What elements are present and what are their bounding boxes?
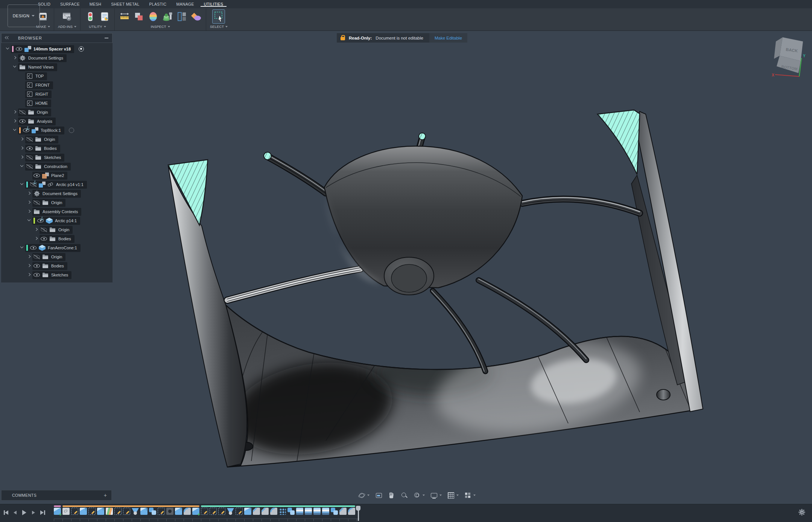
browser-tree-item[interactable]: Origin bbox=[1, 135, 113, 144]
sketch-icon[interactable] bbox=[201, 508, 208, 515]
viewport-3d[interactable] bbox=[0, 8, 812, 522]
revolve-icon[interactable] bbox=[227, 508, 234, 515]
browser-tree-item[interactable]: Arctic p14 v1:1 bbox=[1, 180, 113, 189]
play-icon[interactable] bbox=[21, 510, 27, 516]
thread-icon[interactable] bbox=[161, 10, 173, 23]
expand-chevron-icon[interactable] bbox=[12, 55, 18, 61]
curvature-comb-icon[interactable] bbox=[190, 10, 202, 23]
fillet-icon[interactable] bbox=[184, 508, 191, 515]
add-comment-button[interactable]: + bbox=[104, 492, 111, 498]
browser-tree-item[interactable]: Document Settings bbox=[1, 53, 113, 63]
step-forward-icon[interactable] bbox=[30, 510, 36, 516]
visibility-eye-icon[interactable] bbox=[26, 155, 33, 160]
browser-tree-item[interactable]: 140mm Spacer v18 bbox=[1, 44, 113, 53]
expand-chevron-icon[interactable] bbox=[26, 254, 32, 260]
sketch-icon[interactable] bbox=[210, 508, 217, 515]
combine-icon[interactable] bbox=[331, 508, 338, 515]
measure-icon[interactable] bbox=[119, 10, 131, 23]
sketch-icon[interactable] bbox=[71, 508, 78, 515]
offset-icon[interactable] bbox=[305, 508, 312, 515]
extrude-icon[interactable] bbox=[97, 508, 104, 515]
zebra-analysis-icon[interactable] bbox=[147, 10, 159, 23]
inspect-dropdown[interactable]: INSPECT bbox=[151, 24, 170, 29]
ribbon-tab[interactable]: MESH bbox=[85, 0, 106, 6]
ribbon-tab[interactable]: PLASTIC bbox=[144, 0, 172, 6]
browser-tree-item[interactable]: RIGHT bbox=[1, 90, 113, 99]
offset-icon[interactable] bbox=[313, 508, 321, 515]
sketch-icon[interactable] bbox=[158, 508, 165, 515]
browser-tree-item[interactable]: FRONT bbox=[1, 81, 113, 90]
sketch-icon[interactable] bbox=[123, 508, 130, 515]
skip-start-icon[interactable] bbox=[3, 510, 9, 516]
browser-tree-item[interactable]: Bodies bbox=[1, 144, 113, 153]
expand-chevron-icon[interactable] bbox=[19, 145, 25, 151]
expand-chevron-icon[interactable] bbox=[26, 218, 32, 224]
orbit-icon[interactable] bbox=[358, 492, 370, 499]
timeline-playhead[interactable] bbox=[356, 506, 360, 521]
visibility-eye-icon[interactable] bbox=[26, 146, 33, 151]
combine-icon[interactable] bbox=[287, 508, 295, 515]
extrude-icon[interactable] bbox=[175, 508, 182, 515]
select-dropdown[interactable]: SELECT bbox=[210, 24, 228, 29]
visibility-eye-icon[interactable] bbox=[30, 246, 36, 250]
browser-tree-item[interactable]: TopBlock:1 bbox=[1, 126, 113, 135]
expand-chevron-icon[interactable] bbox=[12, 64, 18, 70]
browser-tree-item[interactable]: Arctic p14:1 bbox=[1, 216, 113, 225]
visibility-eye-icon[interactable] bbox=[26, 164, 33, 169]
pan-icon[interactable] bbox=[388, 492, 395, 499]
expand-chevron-icon[interactable] bbox=[19, 245, 25, 251]
viewports-icon[interactable] bbox=[464, 492, 476, 499]
browser-tree-item[interactable]: FanAeroCone:1 bbox=[1, 243, 113, 252]
browser-tree-item[interactable]: Sketches bbox=[1, 270, 113, 279]
grid-layout-icon[interactable] bbox=[447, 492, 459, 499]
browser-tree-item[interactable]: Sketches bbox=[1, 153, 113, 162]
ribbon-tab[interactable]: SHEET METAL bbox=[106, 0, 144, 6]
utility-dropdown[interactable]: UTILITY bbox=[89, 24, 106, 29]
browser-tree-item[interactable]: Bodies bbox=[1, 261, 113, 270]
fillet-icon[interactable] bbox=[348, 508, 355, 515]
browser-tree-item[interactable]: Named Views bbox=[1, 63, 113, 72]
traffic-light-icon[interactable] bbox=[84, 10, 96, 23]
split-icon[interactable] bbox=[106, 508, 113, 515]
offset-icon[interactable] bbox=[322, 508, 329, 515]
browser-tree-item[interactable]: Document Settings bbox=[1, 189, 113, 198]
browser-tree-item[interactable]: Bodies bbox=[1, 234, 113, 243]
extrude-icon[interactable] bbox=[140, 508, 147, 515]
sketch-icon[interactable] bbox=[236, 508, 243, 515]
ribbon-tab[interactable]: SURFACE bbox=[55, 0, 85, 6]
extrude-icon[interactable] bbox=[244, 508, 251, 515]
activate-component-radio[interactable] bbox=[79, 46, 84, 52]
expand-chevron-icon[interactable] bbox=[33, 227, 40, 233]
browser-tree-item[interactable]: HOME bbox=[1, 99, 113, 108]
expand-chevron-icon[interactable] bbox=[26, 191, 32, 197]
visibility-eye-icon[interactable] bbox=[41, 237, 47, 241]
section-analysis-icon[interactable] bbox=[176, 10, 188, 23]
make-editable-link[interactable]: Make Editable bbox=[429, 33, 467, 43]
interference-icon[interactable] bbox=[133, 10, 145, 23]
expand-chevron-icon[interactable] bbox=[26, 263, 32, 269]
design-workspace-dropdown[interactable]: DESIGN bbox=[8, 5, 40, 27]
new-component-icon[interactable] bbox=[192, 508, 199, 515]
expand-chevron-icon[interactable] bbox=[12, 118, 18, 124]
browser-tree-item[interactable]: Origin bbox=[1, 252, 113, 261]
expand-chevron-icon[interactable] bbox=[19, 154, 25, 160]
fillet-icon[interactable] bbox=[270, 508, 277, 515]
offset-icon[interactable] bbox=[296, 508, 303, 515]
zoom-icon[interactable] bbox=[401, 492, 408, 499]
view-cube[interactable]: BACK BOTTOM X Y bbox=[771, 34, 809, 81]
comments-bar[interactable]: COMMENTS + bbox=[1, 490, 112, 501]
visibility-eye-icon[interactable] bbox=[33, 200, 40, 205]
visibility-eye-icon[interactable] bbox=[19, 119, 26, 124]
visibility-eye-icon[interactable] bbox=[33, 173, 40, 178]
minimize-panel-icon[interactable] bbox=[105, 38, 108, 38]
expand-chevron-icon[interactable] bbox=[26, 209, 32, 215]
fit-icon[interactable] bbox=[414, 492, 425, 499]
pattern-icon[interactable] bbox=[279, 508, 286, 515]
expand-chevron-icon[interactable] bbox=[19, 136, 25, 142]
ribbon-tab[interactable]: MANAGE bbox=[171, 0, 199, 6]
collapse-panel-icon[interactable] bbox=[5, 36, 10, 40]
sketch-icon[interactable] bbox=[114, 508, 122, 515]
browser-tree-item[interactable]: Assembly Contexts bbox=[1, 207, 113, 216]
browser-tree-item[interactable]: TOP bbox=[1, 72, 113, 81]
visibility-eye-icon[interactable] bbox=[19, 110, 26, 114]
